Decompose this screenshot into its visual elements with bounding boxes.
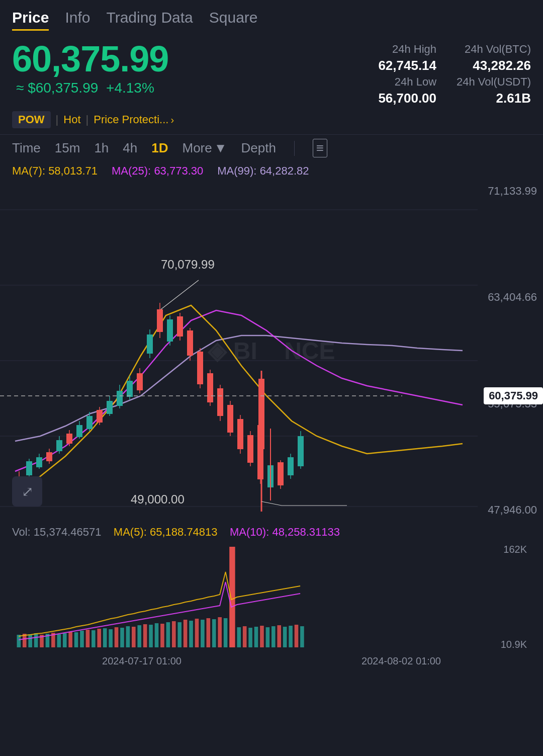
candlestick-chart[interactable]: ◈ BI NCE [0, 180, 543, 522]
svg-rect-98 [177, 622, 182, 647]
expand-button[interactable]: ⤢ [12, 476, 42, 507]
chart-settings-icon[interactable]: ≡ [313, 139, 327, 157]
svg-rect-34 [157, 309, 163, 332]
tab-trading-data[interactable]: Trading Data [106, 9, 193, 31]
svg-rect-116 [283, 627, 287, 647]
svg-rect-91 [137, 625, 141, 647]
high-label: 24h High [362, 43, 436, 56]
toolbar-15m[interactable]: 15m [55, 140, 80, 156]
svg-rect-42 [197, 352, 203, 384]
svg-rect-16 [66, 434, 72, 444]
tab-square[interactable]: Square [209, 9, 258, 31]
tag-hot[interactable]: Hot [63, 113, 80, 126]
price-level-2: 63,404.66 [478, 291, 543, 304]
vol-ma5-value: 65,188.74813 [150, 526, 218, 538]
price-level-4: 47,946.00 [478, 503, 543, 517]
svg-rect-38 [177, 316, 183, 337]
svg-rect-115 [277, 625, 281, 647]
svg-rect-82 [86, 630, 90, 647]
date-axis: 2024-07-17 01:00 2024-08-02 01:00 [0, 652, 543, 670]
vol-label: Vol: [12, 526, 31, 538]
svg-rect-78 [63, 633, 67, 647]
svg-rect-86 [109, 629, 113, 647]
chart-canvas[interactable] [0, 180, 478, 522]
svg-rect-70 [17, 635, 21, 647]
svg-rect-36 [167, 319, 173, 342]
svg-rect-28 [127, 381, 133, 397]
toolbar-1h[interactable]: 1h [94, 140, 109, 156]
svg-rect-85 [103, 628, 107, 647]
svg-rect-24 [107, 401, 113, 414]
svg-rect-88 [120, 628, 124, 647]
ma7-indicator: MA(7): 58,013.71 [12, 164, 98, 178]
price-usd: ≈ $60,375.99 +4.13% [12, 80, 168, 96]
svg-rect-8 [26, 461, 32, 475]
vol-ma5-label: MA(5): [114, 526, 147, 538]
svg-rect-84 [97, 629, 101, 647]
svg-rect-50 [237, 419, 243, 449]
volume-labels: 162K 10.9K [491, 542, 531, 652]
toolbar-time[interactable]: Time [12, 140, 41, 156]
svg-rect-102 [201, 620, 205, 647]
vol-btc-label: 24h Vol(BTC) [457, 43, 531, 56]
svg-rect-10 [36, 457, 42, 467]
price-stats: 24h High 24h Vol(BTC) 62,745.14 43,282.2… [362, 43, 531, 106]
tag-arrow-icon: › [170, 114, 174, 126]
volume-indicators: Vol: 15,374.46571 MA(5): 65,188.74813 MA… [12, 526, 531, 539]
svg-rect-58 [278, 462, 284, 485]
svg-rect-12 [46, 452, 52, 461]
toolbar-1d[interactable]: 1D [151, 140, 168, 156]
price-usd-value: ≈ $60,375.99 [16, 80, 98, 96]
svg-rect-118 [295, 625, 299, 647]
tab-info[interactable]: Info [65, 9, 90, 31]
svg-rect-107 [229, 547, 235, 647]
price-left: 60,375.99 ≈ $60,375.99 +4.13% [12, 41, 168, 96]
ma-indicators: MA(7): 58,013.71 MA(25): 63,773.30 MA(99… [0, 161, 543, 180]
volume-section: Vol: 15,374.46571 MA(5): 65,188.74813 MA… [0, 522, 543, 652]
svg-rect-90 [132, 627, 136, 647]
svg-rect-26 [117, 391, 123, 406]
ma99-indicator: MA(99): 64,282.82 [217, 164, 309, 178]
toolbar-depth[interactable]: Depth [241, 140, 276, 156]
annotation-high: 70,079.99 [161, 258, 215, 272]
svg-rect-111 [254, 627, 258, 647]
svg-rect-93 [149, 625, 153, 647]
svg-rect-46 [217, 388, 223, 416]
svg-rect-79 [68, 632, 72, 647]
svg-rect-77 [57, 634, 61, 647]
svg-rect-100 [189, 621, 193, 647]
svg-rect-94 [155, 623, 159, 647]
chevron-down-icon: ▼ [214, 140, 227, 156]
price-section: 60,375.99 ≈ $60,375.99 +4.13% 24h High 2… [0, 36, 543, 106]
svg-rect-114 [272, 626, 276, 647]
toolbar-more[interactable]: More ▼ [182, 140, 227, 156]
svg-rect-72 [28, 634, 32, 647]
svg-rect-83 [92, 630, 96, 647]
date-2: 2024-08-02 01:00 [361, 655, 441, 667]
svg-rect-73 [34, 633, 38, 647]
svg-rect-92 [143, 624, 147, 647]
volume-chart[interactable]: 162K 10.9K [12, 542, 531, 652]
toolbar-4h[interactable]: 4h [123, 140, 137, 156]
price-main: 60,375.99 [12, 41, 168, 77]
svg-rect-99 [184, 620, 188, 647]
svg-rect-44 [207, 373, 213, 402]
svg-rect-65 [258, 379, 264, 449]
svg-rect-103 [207, 618, 211, 647]
svg-rect-81 [80, 631, 84, 647]
ma25-indicator: MA(25): 63,773.30 [112, 164, 203, 178]
tag-price-protection[interactable]: Price Protecti... › [94, 113, 174, 126]
svg-rect-108 [237, 627, 241, 647]
svg-rect-40 [187, 330, 193, 356]
price-level-1: 71,133.99 [478, 185, 543, 198]
volume-canvas[interactable] [12, 542, 491, 652]
svg-rect-48 [227, 405, 233, 433]
vol-btc-value: 43,282.26 [457, 58, 531, 73]
tab-bar: Price Info Trading Data Square [0, 0, 543, 36]
toolbar-separator [294, 141, 295, 156]
svg-rect-112 [260, 626, 264, 647]
price-change: +4.13% [106, 80, 154, 96]
tab-price[interactable]: Price [12, 9, 49, 31]
svg-line-67 [161, 280, 199, 309]
tag-pow[interactable]: POW [12, 111, 51, 128]
